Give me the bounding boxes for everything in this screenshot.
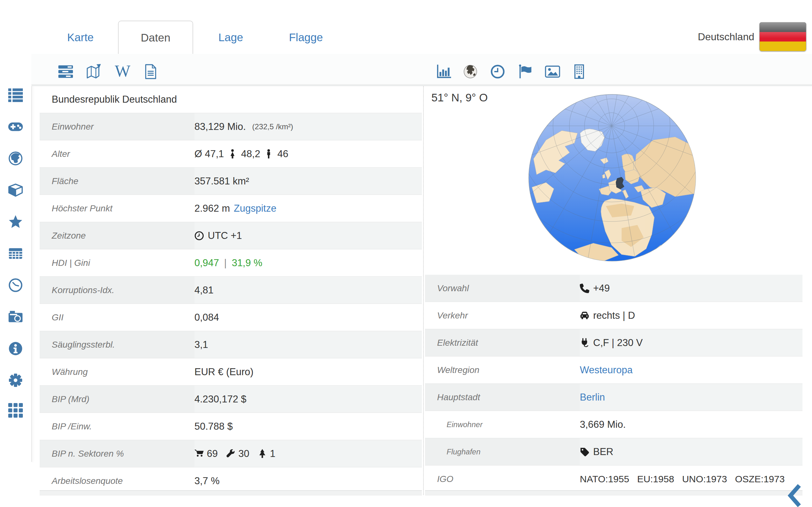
tab-lage-label: Lage bbox=[218, 31, 243, 44]
tab-flagge-label: Flagge bbox=[289, 31, 323, 44]
wrench-icon bbox=[226, 449, 235, 458]
bar-chart-icon[interactable] bbox=[437, 64, 452, 79]
list-icon[interactable] bbox=[8, 88, 23, 102]
globe-map[interactable] bbox=[527, 93, 697, 263]
camera-icon[interactable] bbox=[8, 309, 23, 324]
row-value: rechts | D bbox=[580, 302, 803, 329]
tab-lage[interactable]: Lage bbox=[193, 20, 268, 54]
table-row-hauptstadt: Hauptstadt Berlin bbox=[425, 384, 803, 411]
row-label: BIP (Mrd) bbox=[40, 386, 194, 412]
row-value: 69 30 1 bbox=[194, 440, 422, 467]
clock-icon[interactable] bbox=[8, 278, 23, 292]
cube-icon[interactable] bbox=[8, 183, 23, 198]
row-label: Hauptstadt bbox=[425, 384, 580, 411]
panel-divider bbox=[423, 86, 424, 495]
table-row-verkehr: Verkehr rechts | D bbox=[425, 302, 803, 329]
tab-karte-label: Karte bbox=[67, 31, 94, 44]
utc-clock-icon bbox=[194, 231, 204, 240]
row-label: Einwohner bbox=[40, 113, 194, 140]
row-value: Berlin bbox=[580, 384, 803, 411]
chevron-left-icon[interactable] bbox=[787, 484, 802, 507]
berlin-link[interactable]: Berlin bbox=[580, 392, 605, 403]
female-icon bbox=[228, 149, 237, 159]
zugspitze-link[interactable]: Zugspitze bbox=[234, 203, 276, 214]
flag-icon[interactable] bbox=[518, 64, 533, 79]
table-row-hoechster-punkt: Höchster Punkt 2.962 mZugspitze bbox=[40, 195, 422, 222]
tab-karte[interactable]: Karte bbox=[43, 20, 118, 54]
row-value: 0,947|31,9 % bbox=[194, 249, 422, 276]
star-icon[interactable] bbox=[8, 215, 23, 229]
table-row-saeuglingssterblichkeit: Säuglingssterbl. 3,1 bbox=[40, 331, 422, 358]
image-icon[interactable] bbox=[545, 64, 560, 79]
row-value: 4,81 bbox=[194, 277, 422, 303]
row-label: GII bbox=[40, 304, 194, 331]
earth-icon[interactable] bbox=[463, 64, 478, 79]
row-label: HDI | Gini bbox=[40, 249, 194, 276]
table-row-bip-sektoren: BIP n. Sektoren % 69 30 1 bbox=[40, 440, 422, 467]
wikipedia-icon[interactable]: W bbox=[115, 64, 130, 79]
info-icon[interactable] bbox=[8, 341, 23, 356]
row-value: 3,669 Mio. bbox=[580, 411, 803, 438]
country-official-name-text: Bundesrepublik Deutschland bbox=[52, 94, 177, 105]
tag-icon bbox=[580, 447, 589, 457]
row-value: UTC +1 bbox=[194, 222, 422, 249]
row-label: Elektrizität bbox=[425, 329, 580, 356]
row-label: Verkehr bbox=[425, 302, 580, 329]
westeuropa-link[interactable]: Westeuropa bbox=[580, 364, 633, 376]
data-rows-icon[interactable] bbox=[58, 64, 73, 79]
table-row-weltregion: Weltregion Westeuropa bbox=[425, 356, 803, 384]
table-row-bip-mrd: BIP (Mrd) 4.230,172 $ bbox=[40, 386, 422, 413]
row-label: BIP /Einw. bbox=[40, 413, 194, 440]
table-row-gii: GII 0,084 bbox=[40, 304, 422, 331]
row-value: C,F | 230 V bbox=[580, 329, 803, 356]
document-icon[interactable] bbox=[143, 64, 158, 79]
row-value: 4.230,172 $ bbox=[194, 386, 422, 412]
row-label: Fläche bbox=[40, 168, 194, 194]
density-note: (232,5 /km²) bbox=[252, 122, 293, 131]
clock-icon[interactable] bbox=[490, 64, 505, 79]
phone-icon bbox=[580, 284, 589, 293]
table-icon[interactable] bbox=[8, 246, 23, 261]
gamepad-icon[interactable] bbox=[8, 119, 23, 134]
map-icon[interactable] bbox=[86, 64, 101, 79]
shopping-cart-icon bbox=[194, 449, 204, 458]
flag-gloss bbox=[760, 22, 806, 38]
row-sublabel: Flughafen bbox=[425, 438, 580, 465]
clipped-next-row bbox=[40, 490, 422, 496]
table-row-waehrung: Währung EUR € (Euro) bbox=[40, 358, 422, 386]
row-label: Zeitzone bbox=[40, 222, 194, 249]
row-value: Westeuropa bbox=[580, 356, 803, 383]
tree-icon bbox=[258, 449, 267, 458]
row-label: BIP n. Sektoren % bbox=[40, 440, 194, 467]
table-row-vorwahl: Vorwahl +49 bbox=[425, 275, 803, 302]
table-row-elektrizitaet: Elektrizität C,F | 230 V bbox=[425, 329, 803, 356]
row-value: NATO:1955 EU:1958 UNO:1973 OSZE:1973 bbox=[580, 465, 803, 493]
row-value: Ø 47,1 48,2 46 bbox=[194, 140, 422, 167]
building-icon[interactable] bbox=[571, 64, 587, 79]
row-label: Weltregion bbox=[425, 356, 580, 383]
tab-daten[interactable]: Daten bbox=[118, 20, 193, 54]
sidebar-divider bbox=[32, 56, 32, 462]
row-sublabel: Einwohner bbox=[425, 411, 580, 438]
clipped-next-row bbox=[425, 490, 803, 496]
globe-icon[interactable] bbox=[8, 151, 23, 166]
tab-daten-label: Daten bbox=[141, 32, 170, 44]
row-value: 83,129 Mio.(232,5 /km²) bbox=[194, 113, 422, 140]
germany-flag-icon bbox=[759, 22, 806, 51]
gear-icon[interactable] bbox=[8, 373, 23, 388]
row-value: BER bbox=[580, 438, 803, 465]
tab-flagge[interactable]: Flagge bbox=[268, 20, 344, 54]
table-row-flughafen: Flughafen BER bbox=[425, 438, 803, 465]
table-row-alter: Alter Ø 47,1 48,2 46 bbox=[40, 140, 422, 168]
row-value: 3,1 bbox=[194, 331, 422, 358]
wikipedia-w-glyph: W bbox=[115, 64, 130, 78]
table-row-korruption: Korruptions-Idx. 4,81 bbox=[40, 277, 422, 304]
country-app-window: Karte Daten Lage Flagge Deutschland W Bu… bbox=[0, 0, 812, 507]
apps-grid-icon[interactable] bbox=[8, 403, 23, 418]
row-label: Korruptions-Idx. bbox=[40, 277, 194, 303]
sidebar bbox=[0, 0, 32, 507]
country-official-name: Bundesrepublik Deutschland bbox=[40, 86, 422, 113]
igo-memberships: NATO:1955 EU:1958 UNO:1973 OSZE:1973 bbox=[580, 474, 785, 485]
country-data-table-left: Bundesrepublik Deutschland Einwohner 83,… bbox=[40, 86, 422, 495]
row-label: Säuglingssterbl. bbox=[40, 331, 194, 358]
